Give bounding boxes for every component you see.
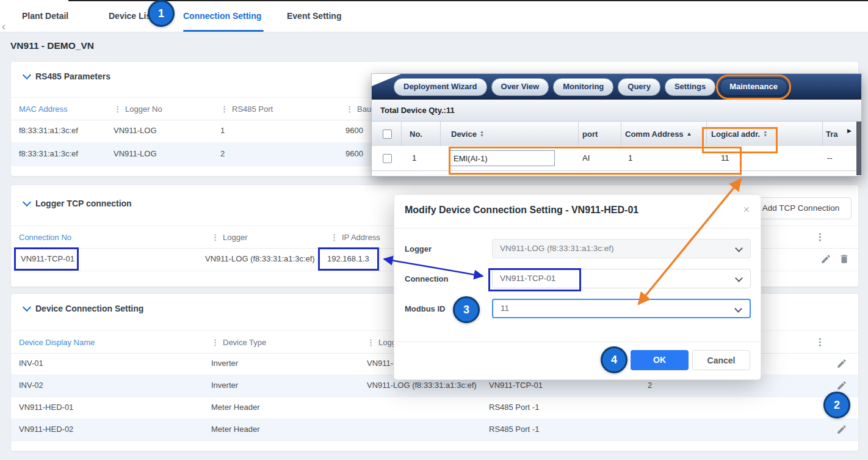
edit-icon[interactable] xyxy=(836,402,847,415)
cell-baudrate: 9600 xyxy=(345,119,363,142)
column-header-rs485-port[interactable]: ⋮RS485 Port xyxy=(220,98,273,120)
edit-icon[interactable] xyxy=(836,358,847,371)
sort-icon: ▲▼ xyxy=(480,130,484,137)
modbus-id-select[interactable]: 11 xyxy=(492,299,751,318)
tcp-section-title: Logger TCP connection xyxy=(35,199,132,208)
column-header-logger-no[interactable]: ⋮Logger No xyxy=(114,98,162,120)
active-tab-underline xyxy=(183,30,264,32)
overlay-col-comm-address[interactable]: Comm Address▲ xyxy=(625,122,692,146)
logger-label: Logger xyxy=(405,244,432,254)
select-all-checkbox[interactable] xyxy=(383,122,392,146)
connection-select-value: VN911-TCP-01 xyxy=(500,274,555,283)
cell-device-name: INV-02 xyxy=(19,374,43,396)
checkbox-icon xyxy=(383,130,392,139)
dropdown-chevron-icon xyxy=(735,244,743,252)
modal-title: Modify Device Connection Setting - VN911… xyxy=(405,205,638,216)
reference-screenshot-overlay: Deployment Wizard Over View Monitoring Q… xyxy=(371,73,862,177)
overlay-tab-query[interactable]: Query xyxy=(618,78,660,96)
cell-mac: f8:33:31:a1:3c:ef xyxy=(19,142,78,166)
divider xyxy=(394,341,761,342)
sort-asc-icon: ▲ xyxy=(687,131,692,137)
dropdown-chevron-icon xyxy=(735,274,743,282)
cell-device-name: INV-01 xyxy=(19,352,43,374)
overlay-col-device[interactable]: Device▲▼ xyxy=(451,122,484,146)
modbus-id-select-value: 11 xyxy=(501,304,509,313)
total-device-qty: Total Device Qty.:11 xyxy=(372,100,861,122)
delete-icon[interactable] xyxy=(839,254,850,267)
overlay-tab-settings[interactable]: Settings xyxy=(665,78,715,96)
sort-handle-icon: ⋮ xyxy=(345,104,353,114)
sort-handle-icon: ⋮ xyxy=(114,104,121,114)
column-header-mac-address[interactable]: MAC Address xyxy=(19,98,67,120)
sort-handle-icon: ⋮ xyxy=(330,233,338,242)
connection-select[interactable]: VN911-TCP-01 xyxy=(492,269,751,288)
tcp-section-header[interactable]: Logger TCP connection xyxy=(24,197,132,210)
device-section-header[interactable]: Device Connection Setting xyxy=(24,302,143,315)
edit-icon[interactable] xyxy=(836,380,847,393)
overlay-tab-maintenance[interactable]: Maintenance xyxy=(720,78,787,96)
overlay-col-no[interactable]: No. xyxy=(410,122,422,146)
scrollbar[interactable] xyxy=(856,122,861,175)
edit-icon[interactable] xyxy=(820,254,831,267)
cell-connection: RS485 Port -1 xyxy=(489,418,539,440)
ok-button[interactable]: OK xyxy=(631,350,689,370)
row-checkbox[interactable] xyxy=(383,154,392,165)
logger-select-value: VN911-LOG (f8:33:31:a1:3c:ef) xyxy=(500,244,614,253)
add-tcp-connection-button[interactable]: Add TCP Connection xyxy=(750,197,852,219)
sort-icon: ▲▼ xyxy=(763,130,767,137)
logger-select[interactable]: VN911-LOG (f8:33:31:a1:3c:ef) xyxy=(492,239,751,258)
cell-port: 2 xyxy=(220,142,225,166)
cell-baudrate: 9600 xyxy=(345,142,363,166)
overlay-device-row: 1 AI 1 11 -- xyxy=(372,146,861,171)
column-header-ip-address[interactable]: ⋮IP Address xyxy=(330,226,380,248)
checkbox-icon xyxy=(383,154,392,163)
cell-device-name: VN911-HED-01 xyxy=(19,396,73,418)
overlay-col-port[interactable]: port xyxy=(582,122,598,146)
cell-connection-no: VN911-TCP-01 xyxy=(21,247,74,271)
cell-device-type: Inverter xyxy=(211,374,238,396)
cell-port: AI xyxy=(582,146,590,170)
cell-device-name: VN911-HED-02 xyxy=(19,418,73,440)
page-title: VN911 - DEMO_VN xyxy=(10,40,94,51)
rs485-section-header[interactable]: RS485 Parameters xyxy=(24,70,110,82)
cell-logical-addr: 11 xyxy=(721,146,729,170)
cell-mac: f8:33:31:a1:3c:ef xyxy=(19,119,78,142)
column-header-logger[interactable]: ⋮Logger xyxy=(211,226,247,248)
overlay-tab-over-view[interactable]: Over View xyxy=(491,78,549,96)
connection-label: Connection xyxy=(405,274,449,283)
top-tab-bar: Plant Detail Device List Connection Sett… xyxy=(0,0,868,32)
cell-logger-no: VN911-LOG xyxy=(114,119,157,142)
column-header-connection-no[interactable]: Connection No xyxy=(19,226,71,248)
overlay-col-tra[interactable]: Tra xyxy=(826,122,838,146)
overlay-tab-deployment-wizard[interactable]: Deployment Wizard xyxy=(394,78,487,96)
cell-device-type: Meter Header xyxy=(211,396,259,418)
column-header-device-display-name[interactable]: Device Display Name xyxy=(19,331,95,353)
overlay-table-header: No. Device▲▼ port Comm Address▲ Logical … xyxy=(372,122,861,147)
overlay-col-logical-addr[interactable]: Logical addr.▲▼ xyxy=(711,122,767,146)
tab-device-list[interactable]: Device List xyxy=(109,0,154,32)
column-options-icon[interactable]: ⋮ xyxy=(816,226,825,248)
cell-no: 1 xyxy=(412,146,416,170)
cell-port: 1 xyxy=(220,119,225,142)
tab-plant-detail[interactable]: Plant Detail xyxy=(22,0,68,32)
close-icon[interactable]: × xyxy=(743,203,750,216)
collapse-panel-icon[interactable]: ‹ xyxy=(2,20,5,33)
divider xyxy=(394,228,761,228)
device-name-input[interactable] xyxy=(450,150,555,166)
overlay-tab-monitoring[interactable]: Monitoring xyxy=(553,78,613,96)
modify-device-connection-modal: Modify Device Connection Setting - VN911… xyxy=(394,194,761,380)
sort-handle-icon: ⋮ xyxy=(367,338,375,347)
column-header-device-type[interactable]: ⋮Device Type xyxy=(211,331,266,353)
app-canvas: Plant Detail Device List Connection Sett… xyxy=(0,0,868,460)
device-section-title: Device Connection Setting xyxy=(35,304,143,313)
edit-icon[interactable] xyxy=(836,424,847,437)
cell-ip-address: 192.168.1.3 xyxy=(327,247,369,271)
tab-connection-setting[interactable]: Connection Setting xyxy=(183,0,261,32)
cancel-button[interactable]: Cancel xyxy=(692,350,750,370)
cell-logger: VN911-LOG (f8:33:31:a1:3c:ef) xyxy=(205,247,315,271)
overlay-nav-bar: Deployment Wizard Over View Monitoring Q… xyxy=(372,74,861,100)
scroll-right-icon[interactable]: ▶ xyxy=(847,128,852,134)
column-options-icon[interactable]: ⋮ xyxy=(816,331,825,353)
sort-handle-icon: ⋮ xyxy=(211,338,219,347)
tab-event-setting[interactable]: Event Setting xyxy=(287,0,341,32)
